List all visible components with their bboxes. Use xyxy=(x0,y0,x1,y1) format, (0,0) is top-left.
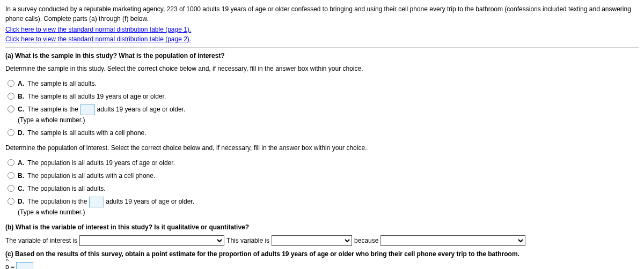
reason-select[interactable] xyxy=(380,235,525,246)
pop-radio-a[interactable] xyxy=(8,159,14,166)
type-select[interactable] xyxy=(272,235,352,246)
part-b-mid1: This variable is xyxy=(226,236,269,245)
sample-options: A. The sample is all adults. B. The samp… xyxy=(8,79,639,138)
sample-option-d[interactable]: D. The sample is all adults with a cell … xyxy=(18,128,147,138)
part-a-prompt-text: (a) What is the sample in this study? Wh… xyxy=(5,52,225,59)
part-a-prompt: (a) What is the sample in this study? Wh… xyxy=(5,51,639,61)
part-b-inputs: The variable of interest is This variabl… xyxy=(5,235,639,246)
sample-option-a[interactable]: A. The sample is all adults. xyxy=(18,79,97,88)
pop-option-d[interactable]: D. The population is the adults 19 years… xyxy=(18,197,194,217)
pop-option-c[interactable]: C. The population is all adults. xyxy=(18,184,106,193)
variable-select[interactable] xyxy=(79,235,224,246)
part-b-pre1: The variable of interest is xyxy=(5,236,77,245)
pop-d-hint: (Type a whole number.) xyxy=(18,207,194,217)
sample-radio-a[interactable] xyxy=(8,80,14,87)
phat-line: p = xyxy=(5,262,639,269)
divider xyxy=(5,47,639,48)
population-options: A. The population is all adults 19 years… xyxy=(8,158,639,217)
pop-d-input[interactable] xyxy=(89,197,104,207)
population-instruction: Determine the population of interest. Se… xyxy=(5,143,639,153)
sample-radio-c[interactable] xyxy=(8,106,14,113)
sample-c-hint: (Type a whole number.) xyxy=(18,115,185,125)
sample-instruction: Determine the sample in this study. Sele… xyxy=(5,64,639,73)
pop-radio-b[interactable] xyxy=(8,172,14,179)
part-b-mid2: because xyxy=(354,236,378,245)
phat-symbol: p = xyxy=(5,262,14,269)
part-c-prompt-text: (c) Based on the results of this survey,… xyxy=(5,250,519,258)
sample-option-b[interactable]: B. The sample is all adults 19 years of … xyxy=(18,92,166,101)
sample-radio-b[interactable] xyxy=(8,93,14,100)
pop-radio-c[interactable] xyxy=(8,185,14,192)
pop-option-a[interactable]: A. The population is all adults 19 years… xyxy=(18,158,175,168)
sample-option-c[interactable]: C. The sample is the adults 19 years of … xyxy=(18,104,185,125)
part-b-prompt-text: (b) What is the variable of interest in … xyxy=(5,223,249,231)
pop-option-b[interactable]: B. The population is all adults with a c… xyxy=(18,171,155,181)
intro-text: In a survey conducted by a reputable mar… xyxy=(5,4,639,24)
phat-input[interactable] xyxy=(16,262,33,269)
pop-radio-d[interactable] xyxy=(8,198,14,205)
table-link-1[interactable]: Click here to view the standard normal d… xyxy=(5,25,191,34)
table-link-2[interactable]: Click here to view the standard normal d… xyxy=(5,34,191,44)
part-c-prompt: (c) Based on the results of this survey,… xyxy=(5,249,639,259)
part-b-prompt: (b) What is the variable of interest in … xyxy=(5,222,639,232)
sample-c-input[interactable] xyxy=(80,104,95,115)
sample-radio-d[interactable] xyxy=(8,129,14,136)
